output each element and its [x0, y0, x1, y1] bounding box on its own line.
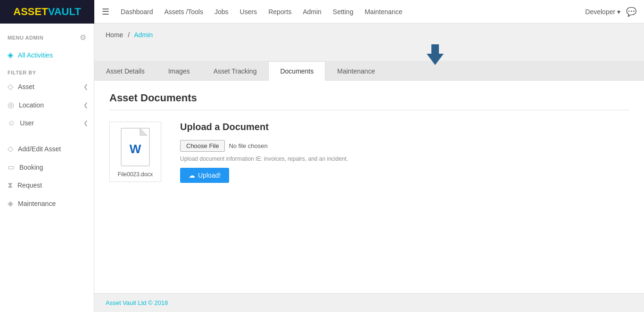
breadcrumb-current[interactable]: Admin	[134, 31, 153, 39]
sidebar-item-label: Add/Edit Asset	[18, 145, 61, 153]
menu-admin-label: MENU ADMIN	[8, 35, 43, 41]
choose-file-button[interactable]: Choose File	[180, 140, 225, 152]
main-content: Home / Admin Asset Details Images Asset …	[94, 24, 644, 312]
nav-right: Developer ▾ 💬	[585, 7, 644, 17]
upload-button-label: Upload!	[198, 172, 221, 179]
footer: Asset Vault Ltd © 2018	[94, 293, 644, 312]
user-icon: ☺	[8, 119, 15, 127]
sidebar-menu-admin-header: MENU ADMIN ⚙	[0, 27, 94, 46]
file-input-row: Choose File No file chosen	[180, 140, 348, 152]
booking-icon: ▭	[8, 163, 15, 172]
nav-reports[interactable]: Reports	[268, 8, 291, 16]
maintenance-icon: ◈	[8, 199, 13, 208]
sidebar-item-label: Location	[19, 101, 44, 109]
upload-hint: Upload document information IE: invoices…	[180, 156, 348, 162]
page-layout: MENU ADMIN ⚙ ◈ All Activities FILTER BY …	[0, 24, 644, 312]
breadcrumb-separator: /	[128, 31, 130, 39]
sidebar-item-location[interactable]: ◎ Location ❮	[0, 96, 94, 114]
sidebar-item-label: Booking	[19, 164, 43, 171]
footer-text: Asset Vault Ltd © 2018	[106, 299, 168, 306]
svg-marker-0	[427, 44, 444, 65]
developer-link[interactable]: Developer ▾	[585, 8, 620, 16]
content-panel: Asset Documents	[94, 81, 644, 293]
breadcrumb: Home / Admin	[94, 24, 644, 44]
filter-by-label: FILTER BY	[0, 64, 94, 77]
sidebar-item-label: User	[20, 119, 34, 127]
sidebar-item-request[interactable]: ⧗ Request	[0, 176, 94, 194]
sidebar-item-add-edit-asset[interactable]: ◇ Add/Edit Asset	[0, 140, 94, 158]
nav-setting[interactable]: Setting	[333, 8, 354, 16]
all-activities-icon: ◈	[8, 50, 13, 59]
gear-icon[interactable]: ⚙	[80, 33, 86, 42]
nav-jobs[interactable]: Jobs	[215, 8, 229, 16]
file-icon: W	[119, 126, 152, 168]
hamburger-menu[interactable]: ☰	[94, 7, 117, 17]
top-navigation: ASSETVAULT ☰ Dashboard Assets /Tools Job…	[0, 0, 644, 24]
breadcrumb-home[interactable]: Home	[106, 31, 123, 39]
location-arrow-icon: ❮	[83, 102, 88, 108]
upload-section: Upload a Document Choose File No file ch…	[180, 122, 348, 183]
nav-maintenance[interactable]: Maintenance	[364, 8, 402, 16]
asset-arrow-icon: ❮	[83, 83, 88, 90]
upload-title: Upload a Document	[180, 122, 348, 132]
upload-button[interactable]: ☁ Upload!	[180, 168, 229, 183]
chat-icon[interactable]: 💬	[626, 7, 636, 17]
asset-icon: ◇	[8, 82, 13, 91]
sidebar-item-label: Asset	[18, 83, 34, 90]
sidebar-item-asset[interactable]: ◇ Asset ❮	[0, 77, 94, 96]
sidebar-item-label: Maintenance	[18, 200, 56, 207]
section-title: Asset Documents	[109, 92, 629, 110]
user-arrow-icon: ❮	[83, 120, 88, 126]
sidebar-item-label: Request	[17, 181, 42, 189]
tab-arrow-indicator	[94, 44, 644, 66]
documents-layout: W File0023.docx Upload a Document Choose…	[109, 122, 629, 183]
files-grid: W File0023.docx	[109, 122, 161, 182]
nav-dashboard[interactable]: Dashboard	[121, 8, 153, 16]
upload-cloud-icon: ☁	[189, 172, 195, 179]
sidebar-item-booking[interactable]: ▭ Booking	[0, 158, 94, 176]
nav-links: Dashboard Assets /Tools Jobs Users Repor…	[117, 8, 585, 16]
nav-admin[interactable]: Admin	[303, 8, 322, 16]
request-icon: ⧗	[8, 181, 13, 189]
logo[interactable]: ASSETVAULT	[0, 0, 94, 24]
nav-users[interactable]: Users	[240, 8, 257, 16]
sidebar-item-label: All Activities	[18, 51, 53, 59]
down-arrow-icon	[427, 44, 444, 65]
sidebar-item-maintenance[interactable]: ◈ Maintenance	[0, 194, 94, 213]
sidebar-item-all-activities[interactable]: ◈ All Activities	[0, 46, 94, 64]
nav-assets-tools[interactable]: Assets /Tools	[165, 8, 203, 16]
no-file-label: No file chosen	[229, 142, 267, 149]
add-edit-asset-icon: ◇	[8, 144, 13, 153]
location-icon: ◎	[8, 100, 14, 109]
logo-asset: ASSET	[13, 6, 48, 17]
logo-vault: VAULT	[48, 6, 81, 17]
file-name: File0023.docx	[118, 171, 153, 178]
sidebar-item-user[interactable]: ☺ User ❮	[0, 114, 94, 132]
file-item[interactable]: W File0023.docx	[109, 122, 161, 182]
svg-text:W: W	[130, 142, 141, 156]
sidebar: MENU ADMIN ⚙ ◈ All Activities FILTER BY …	[0, 24, 94, 312]
